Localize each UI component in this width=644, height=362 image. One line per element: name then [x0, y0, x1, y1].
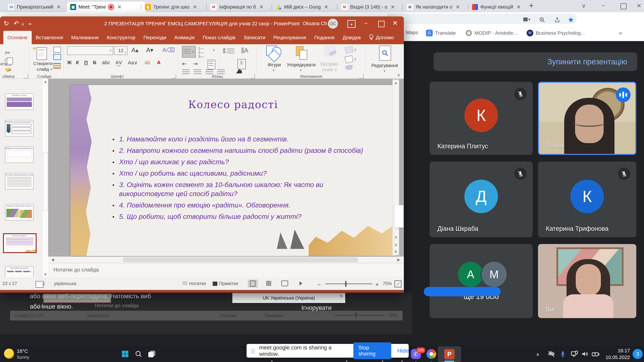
zoom-in-button[interactable]: + [375, 281, 379, 288]
volume-icon[interactable] [579, 349, 590, 359]
window-minimize-button[interactable]: − [602, 2, 605, 9]
font-dialog-launcher[interactable] [172, 74, 176, 78]
zoom-percentage[interactable]: 75% [383, 281, 392, 286]
microphone-in-use-icon[interactable] [558, 349, 568, 359]
drawing-dialog-launcher[interactable] [359, 74, 364, 78]
ppt-close-button[interactable]: ✕ [392, 19, 398, 27]
tray-date[interactable]: 10.05.2022 [603, 355, 630, 360]
ribbon-tab-slideshow[interactable]: Показ слайдів [198, 31, 240, 44]
window-maximize-button[interactable] [620, 3, 626, 9]
hide-notification-button[interactable]: Hide [397, 348, 409, 354]
viber-icon[interactable]: ✆ 235 [410, 349, 421, 359]
smartart-icon[interactable] [236, 69, 242, 73]
start-button[interactable] [120, 349, 130, 359]
tray-clock[interactable]: 16:17 [603, 348, 630, 354]
quick-styles-button[interactable]: Експрес- стилі ∨ [317, 45, 342, 72]
slide-title[interactable]: Колесо радості [70, 98, 396, 111]
zoom-slider-track[interactable] [325, 283, 372, 284]
stop-presenting-banner[interactable]: Зупинити презентацію [434, 52, 637, 71]
text-direction-icon[interactable]: ⫼A [241, 47, 248, 54]
tab-meet-active[interactable]: ▣ Meet: "Трені ✕ [67, 2, 146, 12]
align-left-icon[interactable] [182, 69, 190, 74]
bookmark-modip[interactable]: MODIP - Aristotle... [466, 30, 518, 36]
section-icon[interactable] [53, 63, 61, 69]
close-tab-icon[interactable]: ✕ [390, 4, 395, 10]
align-text-icon[interactable]: ⇳ [238, 59, 246, 69]
comments-toggle[interactable]: Примітки [213, 281, 238, 286]
bold-button[interactable]: Ж [67, 60, 72, 65]
next-slide-icon[interactable]: ⇊ [393, 243, 398, 247]
format-painter-icon[interactable] [5, 68, 12, 72]
scroll-left-icon[interactable]: ◀ [50, 258, 55, 262]
accessibility-icon[interactable]: ✗ [36, 281, 44, 288]
collapse-ribbon-icon[interactable]: ∧ [397, 72, 400, 78]
language-status[interactable]: українська [54, 281, 76, 286]
tellme-button[interactable]: Допомо [365, 31, 398, 44]
arrange-button[interactable]: Упорядкувати ∨ [286, 45, 316, 72]
notification-count-badge[interactable]: 3 [632, 349, 643, 359]
notes-toggle[interactable]: Нотатки [182, 281, 206, 286]
task-view-icon[interactable] [146, 349, 157, 359]
tab-howto[interactable]: Ω Як налагодити о ✕ [404, 2, 468, 12]
ribbon-tab-record[interactable]: Записати [240, 31, 269, 44]
ribbon-tab-animations[interactable]: Анімація [170, 31, 198, 44]
stop-sharing-button[interactable]: Stop sharing [353, 343, 391, 359]
close-tab-icon[interactable]: ✕ [57, 4, 61, 10]
slide-thumbnail-selected[interactable]: Колесо радості [3, 233, 36, 253]
weather-sun-icon[interactable] [4, 349, 14, 359]
share-tab-instead-button[interactable] [424, 287, 500, 296]
shape-fill-icon[interactable] [345, 46, 354, 54]
scrollbar-thumb[interactable] [43, 152, 48, 210]
tab-training[interactable]: ▮ Тренінг для шко ✕ [142, 2, 206, 12]
slide-thumbnail[interactable]: Техніка урівноваження думок, емоцій, тіл… [5, 173, 34, 189]
zoom-icon[interactable] [539, 17, 545, 24]
participant-tile[interactable]: Д Діана Шкраба [430, 162, 533, 237]
scroll-down-icon[interactable]: ▼ [393, 250, 398, 254]
ignore-button[interactable]: Ігнорувати [301, 304, 332, 311]
previous-slide-icon[interactable]: ⇈ [393, 236, 398, 240]
numbering-dropdown-icon[interactable]: ∨ [213, 48, 215, 52]
ribbon-tab-view[interactable]: Подання [310, 31, 338, 44]
onedrive-paused-icon[interactable] [546, 349, 557, 359]
ribbon-tab-draw[interactable]: Малювання [67, 31, 103, 44]
slide-thumbnail[interactable]: Формула ненасильницького спілкування М.Р… [5, 146, 34, 163]
new-tab-button[interactable]: + [529, 1, 534, 10]
share-icon[interactable] [554, 17, 560, 24]
tab-drive[interactable]: Мій диск – Goog ✕ [273, 2, 338, 12]
close-tab-icon[interactable]: ✕ [324, 4, 328, 10]
paint-icon[interactable] [426, 349, 437, 359]
slide-thumbnail[interactable]: Техніки ненасильницького спілкування [5, 120, 34, 136]
ribbon-tab-insert[interactable]: Вставлення [32, 31, 67, 44]
display-device-icon[interactable] [569, 349, 580, 359]
font-size-combo[interactable]: 12∨ [114, 46, 128, 55]
shrink-font-icon[interactable]: A▾ [146, 46, 153, 54]
participant-tile[interactable]: К Катерина Трифонова [538, 162, 636, 237]
close-tab-icon[interactable]: ✕ [456, 4, 460, 10]
ribbon-tab-help[interactable]: Довідка [338, 31, 365, 44]
bookmark-star-icon[interactable]: ★ [568, 15, 574, 24]
powerpoint-taskbar-active[interactable]: P [438, 347, 461, 362]
window-close-button[interactable]: ✕ [636, 2, 642, 9]
editing-button[interactable]: Редагування ∨ [372, 45, 398, 74]
scroll-down-icon[interactable]: ▼ [43, 272, 48, 277]
participant-tile[interactable]: К Катерина Плитус [430, 82, 533, 155]
zoom-out-button[interactable]: − [317, 281, 321, 288]
pause-sharing-icon[interactable]: || [251, 348, 255, 354]
participant-tile-video[interactable]: Diana [538, 82, 636, 155]
notes-pane[interactable]: Нотатки до слайда [48, 263, 404, 278]
tab-gmail-inbox[interactable]: M Вхідні (3 146) - o ✕ [338, 2, 403, 12]
highlight-icon[interactable]: ab [144, 60, 150, 65]
decrease-indent-icon[interactable]: ⇤ [182, 60, 187, 67]
tab-calendar[interactable]: 10 Прикарпатський ✕ [5, 2, 70, 12]
paragraph-dialog-launcher[interactable] [250, 74, 255, 78]
tab-gmail-info[interactable]: M інформація по б ✕ [207, 2, 272, 12]
font-name-combo[interactable]: ∨ [67, 46, 113, 55]
slide-canvas[interactable]: Колесо радості 1. Намалюйте коло і розді… [70, 85, 396, 256]
close-tab-icon[interactable]: ✕ [259, 4, 264, 10]
tray-expand-chevron-icon[interactable]: ∧ [536, 352, 540, 357]
slide-vertical-scrollbar[interactable]: ▲ ⇈ ⇊ ▼ [392, 79, 399, 255]
shadow-button[interactable]: abc [102, 60, 110, 65]
italic-button[interactable]: К [76, 60, 79, 65]
strikethrough-button[interactable]: S [93, 60, 96, 65]
shape-effects-icon[interactable] [345, 65, 352, 70]
